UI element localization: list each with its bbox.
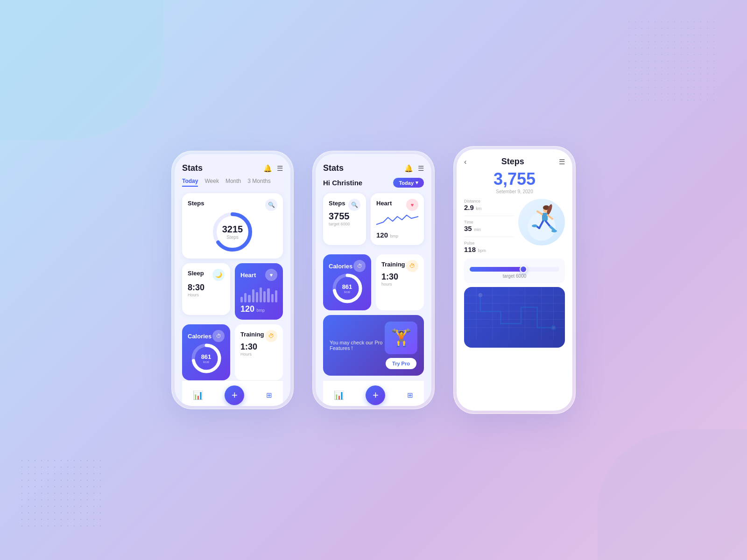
svg-point-17 — [532, 224, 537, 227]
phone2-chart-nav-icon[interactable]: 📊 — [334, 390, 344, 400]
heart-wave-chart — [376, 213, 418, 231]
phone2-training-unit: hours — [381, 282, 418, 287]
phone2-title: Stats — [323, 163, 344, 173]
phone2-training-value: 1:30 — [381, 272, 418, 282]
time-label: Time — [464, 220, 514, 224]
phone1-header-icons: 🔔 ☰ — [263, 164, 283, 173]
calories-donut: 861 kcal — [190, 342, 223, 375]
phone2-header-icons: 🔔 ☰ — [404, 164, 424, 173]
bg-blob-tl — [0, 0, 163, 140]
sleep-heart-grid: Sleep 🌙 8:30 Hours Heart ♥ — [182, 263, 283, 320]
steps-circle: 3215 Steps — [188, 211, 277, 253]
phone2-steps-value: 3755 — [329, 211, 360, 222]
calories-label: Calories — [188, 333, 211, 340]
phone3-date: Setember 9, 2020 — [464, 189, 565, 194]
phone2-heart-icon: ♥ — [406, 199, 418, 211]
add-button[interactable]: + — [225, 385, 244, 405]
phone2-profile-nav-icon[interactable]: ⊞ — [407, 391, 413, 399]
phone1-tabs: Today Week Month 3 Months — [182, 178, 283, 187]
training-card: Training ⏱ 1:30 Hours — [235, 324, 283, 380]
time-unit: min — [474, 227, 481, 232]
steps-card: Steps 🔍 3215 Steps — [182, 193, 283, 259]
promo-text: You may check our Pro Features ! — [330, 340, 385, 351]
progress-bar-wrap — [470, 267, 559, 272]
phone3-steps-value: 3,755 — [464, 169, 565, 189]
sleep-label: Sleep — [188, 270, 204, 277]
phone2-bottom-nav: 📊 + ⊞ — [323, 380, 424, 406]
phone1-title: Stats — [182, 163, 203, 173]
pulse-unit: bpm — [478, 248, 486, 253]
phone-1: Stats 🔔 ☰ Today Week Month 3 Months — [171, 151, 294, 409]
calories-unit: kcal — [201, 360, 211, 364]
phone2-calories-donut: 861 kcal — [331, 272, 364, 305]
try-pro-button[interactable]: Try Pro — [386, 358, 416, 369]
steps-value: 3215 — [222, 224, 243, 235]
phone2-steps-icon: 🔍 — [348, 199, 360, 211]
tab-3months[interactable]: 3 Months — [247, 178, 270, 187]
svg-point-30 — [478, 293, 482, 297]
distance-value: 2.9 — [464, 203, 474, 211]
phone2-bell-icon[interactable]: 🔔 — [404, 164, 413, 173]
pulse-label: Pulse — [464, 241, 514, 245]
greeting-text: Hi Christine — [323, 179, 362, 187]
progress-fill — [470, 267, 525, 272]
phone2-heart-unit: bmp — [390, 234, 398, 238]
phone1-bottom-nav: 📊 + ⊞ — [182, 380, 283, 406]
phone2-calories-unit: kcal — [342, 290, 352, 294]
steps-label: Steps — [188, 200, 204, 207]
phone2-calories-icon: ⏱ — [353, 260, 366, 272]
phone3-menu-icon[interactable]: ☰ — [559, 158, 565, 166]
promo-figure: 🏋️ — [385, 322, 417, 354]
heart-bar-chart — [240, 284, 277, 302]
phone2-menu-icon[interactable]: ☰ — [418, 164, 424, 173]
chart-nav-icon[interactable]: 📊 — [193, 390, 203, 400]
bg-dots-bl — [19, 457, 103, 532]
runner-area: Distance 2.9 km Time 35 min Pulse — [464, 199, 565, 254]
phone2-add-button[interactable]: + — [366, 385, 385, 405]
svg-point-18 — [551, 230, 557, 232]
progress-section: target 6000 — [464, 259, 565, 283]
phone2-steps-label: Steps — [329, 200, 345, 207]
time-stat: Time 35 min — [464, 220, 514, 233]
greeting-row: Hi Christine Today ▾ — [323, 178, 424, 188]
tab-week[interactable]: Week — [204, 178, 218, 187]
phone3-title: Steps — [501, 157, 524, 167]
sleep-icon: 🌙 — [212, 269, 225, 281]
svg-point-32 — [552, 326, 555, 329]
phone3-header: ‹ Steps ☰ — [464, 157, 565, 167]
training-unit: Hours — [240, 352, 277, 357]
sleep-value: 8:30 — [188, 283, 225, 293]
distance-stat: Distance 2.9 km — [464, 199, 514, 212]
training-icon: ⏱ — [265, 330, 277, 342]
heart-card: Heart ♥ — [235, 263, 283, 320]
calories-training-grid: Calories ⏱ 861 kc — [182, 324, 283, 380]
phone-3: ‹ Steps ☰ 3,755 Setember 9, 2020 Distanc… — [453, 146, 576, 414]
phone2-training-icon: ⏱ — [406, 260, 418, 272]
training-label: Training — [240, 331, 264, 338]
tab-month[interactable]: Month — [226, 178, 241, 187]
phone2-heart-card: Heart ♥ 120 bm — [371, 193, 424, 245]
sleep-card: Sleep 🌙 8:30 Hours — [182, 263, 230, 315]
time-value: 35 — [464, 224, 472, 232]
bg-dots-tr — [626, 19, 719, 103]
stats-list: Distance 2.9 km Time 35 min Pulse — [464, 199, 514, 254]
phone2-heart-label: Heart — [376, 200, 392, 207]
phone2-bottom-grid: Calories ⏱ 861 kc — [323, 254, 424, 310]
phone2-calories-label: Calories — [329, 263, 352, 270]
today-badge[interactable]: Today ▾ — [393, 178, 424, 188]
phone1-header: Stats 🔔 ☰ — [182, 163, 283, 173]
back-button[interactable]: ‹ — [464, 158, 466, 166]
profile-nav-icon[interactable]: ⊞ — [266, 391, 272, 399]
progress-target: target 6000 — [470, 273, 559, 279]
heart-value: 120 — [240, 304, 254, 314]
bell-icon[interactable]: 🔔 — [263, 164, 272, 173]
steps-unit: Steps — [222, 235, 243, 240]
today-badge-label: Today — [399, 180, 414, 186]
pulse-value: 118 — [464, 245, 476, 253]
training-value: 1:30 — [240, 342, 277, 352]
menu-icon[interactable]: ☰ — [277, 164, 283, 173]
phone2-steps-card: Steps 🔍 3755 target 6000 — [323, 193, 366, 245]
tab-today[interactable]: Today — [182, 178, 198, 187]
heart-icon: ♥ — [265, 269, 277, 281]
steps-icon: 🔍 — [265, 199, 277, 211]
